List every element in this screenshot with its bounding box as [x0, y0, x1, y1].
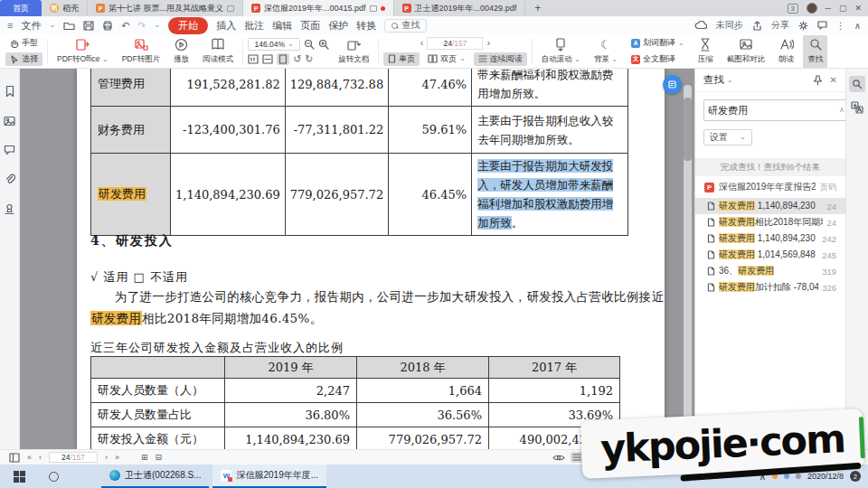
cloud-sync-icon[interactable] [694, 21, 707, 30]
taskbar-clock[interactable]: 2020/12/8 [807, 472, 844, 481]
pdf-to-image-button[interactable]: PDF转图片 [118, 35, 165, 68]
close-button[interactable]: ✕ [854, 5, 862, 13]
double-page-button[interactable]: 双页⌄ [423, 52, 470, 66]
prev-result-icon[interactable]: ∧ [838, 107, 845, 114]
page-number-box[interactable]: 24/157 [427, 37, 483, 50]
attachment-icon[interactable] [5, 174, 15, 185]
chevron-down-icon[interactable]: ⌄ [727, 77, 733, 84]
status-page-box[interactable]: 24/157 [49, 452, 98, 463]
stamp-icon[interactable] [4, 203, 15, 215]
rotate-doc-button[interactable]: 旋转文档 [334, 35, 373, 68]
comment-panel-icon[interactable] [4, 145, 15, 155]
translate-rail-icon[interactable] [851, 101, 863, 114]
save-icon[interactable] [83, 21, 94, 31]
redo-icon[interactable]: ↷ [137, 21, 146, 31]
tab-ppt-document[interactable]: P 第十七讲 股票...用及其战略意义 [88, 0, 243, 16]
compress-button[interactable]: 压缩 [693, 35, 718, 68]
full-translate-button[interactable]: 文 全文翻译 [627, 52, 689, 66]
assistant-float-button[interactable] [663, 75, 682, 94]
rotate-right-icon[interactable]: ↻ [305, 54, 313, 64]
zoom-in-icon[interactable] [318, 39, 329, 50]
file-menu[interactable]: 文件 [21, 19, 41, 33]
find-file-row[interactable]: P 深信服2019年年度报告202... 页码 [695, 176, 845, 198]
find-button[interactable]: 查找 [803, 35, 827, 68]
find-settings-dropdown[interactable]: 设置 ⌄ [703, 129, 752, 145]
eye-protect-icon[interactable] [552, 454, 565, 462]
zoom-out-box-icon[interactable]: ⊞ [141, 453, 148, 462]
taskbar-item-wps[interactable]: W 深信服2019年年度... [212, 465, 326, 488]
tab-pdf-active[interactable]: P 深信服2019年年...00415.pdf [243, 0, 394, 16]
next-page-icon[interactable]: › [105, 453, 108, 462]
document-viewport[interactable]: 管理费用 191,528,281.82 129,884,732.88 47.46… [20, 69, 694, 449]
last-page-icon[interactable]: » [115, 453, 119, 462]
vertical-scrollbar[interactable] [684, 85, 692, 446]
menu-search-box[interactable]: 查找 [384, 19, 427, 33]
continuous-read-button[interactable]: 连续阅读 [474, 52, 527, 66]
rotate-left-icon[interactable]: ↺ [293, 54, 301, 64]
tab-docer[interactable]: 稻 稻壳 [42, 0, 88, 16]
fit-page-button[interactable] [277, 53, 289, 65]
image-panel-icon[interactable] [4, 116, 15, 127]
find-result-item[interactable]: 研发费用加计扣除 -78,049,9 326 [695, 279, 845, 296]
menu-tab-insert[interactable]: 插入 [216, 19, 236, 33]
read-aloud-button[interactable]: 朗读 [774, 35, 798, 68]
share-label[interactable]: 分享 [771, 19, 789, 32]
bookmark-icon[interactable] [5, 85, 15, 98]
menu-tab-edit[interactable]: 编辑 [272, 19, 292, 33]
find-result-item[interactable]: 研发费用 1,014,569,848 245 [695, 247, 845, 263]
window-stack-badge[interactable]: 3 [788, 4, 798, 14]
find-result-item[interactable]: 36、研发费用 319 [695, 263, 845, 279]
find-result-item[interactable]: 研发费用相比2018年同期增加 24 [695, 214, 845, 230]
menu-tab-page[interactable]: 页面 [300, 19, 320, 33]
menu-tab-start[interactable]: 开始 [168, 17, 208, 34]
zoom-in-box-icon[interactable]: ⊟ [156, 453, 163, 462]
find-rail-button[interactable] [849, 76, 865, 92]
undo-icon[interactable]: ↶ [121, 21, 129, 31]
sidebar-toggle-icon[interactable] [9, 453, 20, 463]
select-tool-button[interactable]: 选择 [5, 52, 42, 66]
single-page-button[interactable]: 单页 [383, 52, 420, 66]
actual-size-icon[interactable] [248, 54, 259, 64]
cortana-button[interactable] [38, 472, 69, 482]
taskbar-item-edge[interactable]: 卫士通(002268.S... [101, 465, 209, 488]
prev-page-icon[interactable]: ‹ [39, 453, 42, 462]
pdf-to-office-button[interactable]: PDF转Office ⌄ [52, 35, 113, 68]
fit-width-icon[interactable] [262, 54, 273, 64]
tab-pdf-other[interactable]: P 卫士通2019年年...00429.pdf [394, 0, 526, 16]
menu-tab-protect[interactable]: 保护 [328, 19, 348, 33]
find-query-input[interactable] [708, 105, 836, 116]
hamburger-icon[interactable]: ≡ [7, 21, 13, 31]
comment-icon[interactable] [817, 21, 827, 30]
pdf-page[interactable]: 管理费用 191,528,281.82 129,884,732.88 47.46… [77, 69, 665, 449]
tray-app-icon[interactable] [784, 474, 789, 479]
find-result-item[interactable]: 研发费用 1,140,894,230 242 [695, 230, 845, 247]
word-translate-button[interactable]: A 划词翻译⌄ [627, 36, 689, 50]
gear-icon[interactable] [798, 21, 808, 31]
notification-badge[interactable]: 2 [850, 471, 861, 482]
read-mode-button[interactable]: 阅读模式 [198, 35, 238, 68]
chevron-down-icon[interactable]: ⌄ [155, 22, 161, 29]
new-tab-button[interactable]: + [525, 0, 550, 16]
auto-scroll-button[interactable]: 自动滚动 ⌄ [537, 35, 585, 68]
scrollbar-thumb[interactable] [684, 98, 692, 161]
maximize-button[interactable]: ▢ [839, 5, 847, 13]
find-result-item[interactable]: 研发费用 1,140,894,230 24 [695, 198, 845, 214]
user-avatar[interactable] [807, 3, 817, 14]
first-page-icon[interactable]: « [27, 453, 32, 462]
zoom-level-select[interactable]: 146.04%⌄ [248, 38, 300, 51]
zoom-out-icon[interactable] [304, 39, 315, 50]
background-button[interactable]: ☾ 背景 ⌄ [590, 35, 622, 68]
start-button[interactable] [0, 465, 38, 488]
open-folder-icon[interactable] [63, 21, 75, 31]
more-icon[interactable]: ⋮ [836, 21, 845, 31]
hand-tool-button[interactable]: 手型 [5, 36, 42, 50]
tray-app-icon[interactable] [796, 474, 801, 479]
print-icon[interactable] [102, 21, 113, 31]
collapse-ribbon-icon[interactable]: ∧ [854, 21, 861, 31]
next-page-icon[interactable]: › [486, 38, 490, 48]
minimize-button[interactable]: ─ [826, 5, 831, 13]
screenshot-compare-button[interactable]: 截图和对比 [722, 35, 770, 68]
close-panel-icon[interactable]: ✕ [830, 75, 837, 85]
share-icon[interactable] [752, 21, 762, 31]
tab-home[interactable]: 首页 [0, 0, 42, 16]
